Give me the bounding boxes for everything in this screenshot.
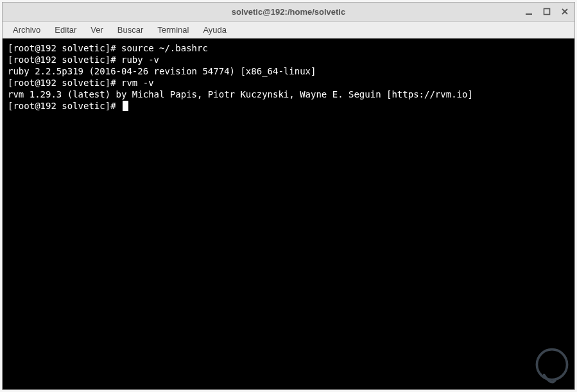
close-button[interactable] [559, 6, 571, 17]
maximize-button[interactable] [541, 6, 553, 17]
minimize-button[interactable] [523, 6, 535, 17]
titlebar[interactable]: solvetic@192:/home/solvetic [3, 3, 574, 22]
menu-editar[interactable]: Editar [48, 23, 83, 37]
terminal-line: [root@192 solvetic]# rvm -v [8, 77, 569, 89]
menu-ver[interactable]: Ver [84, 23, 110, 37]
window-title: solvetic@192:/home/solvetic [232, 7, 345, 17]
terminal-line: ruby 2.2.5p319 (2016-04-26 revision 5477… [8, 65, 569, 77]
svg-rect-1 [544, 9, 550, 15]
menu-ayuda[interactable]: Ayuda [196, 23, 233, 37]
terminal-prompt-text: [root@192 solvetic]# [8, 101, 121, 111]
terminal-prompt: [root@192 solvetic]# [8, 100, 569, 112]
menu-archivo[interactable]: Archivo [6, 23, 47, 37]
menu-buscar[interactable]: Buscar [111, 23, 150, 37]
terminal-line: [root@192 solvetic]# source ~/.bashrc [8, 42, 569, 54]
terminal-window: solvetic@192:/home/solvetic Archivo Edit… [2, 2, 575, 390]
menubar: Archivo Editar Ver Buscar Terminal Ayuda [3, 22, 574, 38]
menu-terminal[interactable]: Terminal [151, 23, 195, 37]
window-controls [523, 6, 571, 17]
terminal-line: [root@192 solvetic]# ruby -v [8, 54, 569, 65]
cursor-icon [123, 101, 128, 111]
terminal-output[interactable]: [root@192 solvetic]# source ~/.bashrc[ro… [3, 38, 574, 389]
terminal-line: rvm 1.29.3 (latest) by Michal Papis, Pio… [8, 89, 569, 100]
